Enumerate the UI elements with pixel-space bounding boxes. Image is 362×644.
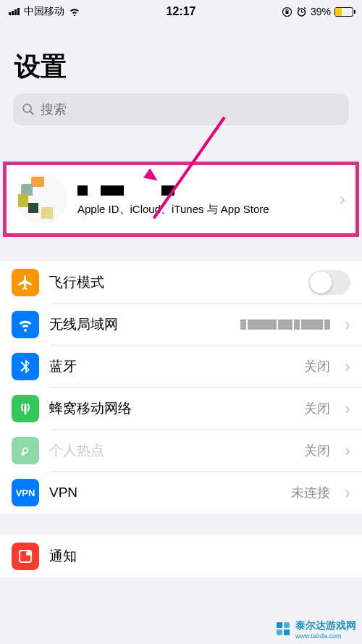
row-cellular[interactable]: 蜂窝移动网络 关闭 › <box>0 388 362 430</box>
search-icon <box>22 103 35 116</box>
lock-rotation-icon <box>282 7 292 17</box>
svg-rect-1 <box>285 11 288 14</box>
chevron-right-icon: › <box>345 482 350 503</box>
wifi-icon <box>12 311 39 338</box>
row-value: 未连接 <box>291 484 330 501</box>
svg-rect-14 <box>284 630 290 635</box>
chevron-right-icon: › <box>345 440 350 461</box>
row-label: 个人热点 <box>49 441 294 460</box>
row-label: 通知 <box>49 547 350 566</box>
chevron-right-icon: › <box>345 356 350 377</box>
row-value: 关闭 <box>304 442 330 459</box>
row-airplane-mode[interactable]: 飞行模式 <box>0 262 362 304</box>
airplane-toggle[interactable] <box>308 270 350 295</box>
avatar <box>17 174 67 225</box>
svg-line-5 <box>298 7 299 9</box>
row-label: 飞行模式 <box>49 273 298 292</box>
cellular-icon <box>12 395 39 422</box>
row-label: 蜂窝移动网络 <box>49 399 294 418</box>
svg-rect-11 <box>277 622 282 628</box>
svg-point-10 <box>26 551 30 556</box>
highlight-frame: Apple ID、iCloud、iTunes 与 App Store › <box>3 162 359 237</box>
wifi-value-redacted <box>240 319 330 330</box>
row-wifi[interactable]: 无线局域网 › <box>0 304 362 346</box>
wifi-status-icon <box>69 7 80 16</box>
account-subtitle: Apple ID、iCloud、iTunes 与 App Store <box>77 203 325 217</box>
svg-rect-13 <box>277 630 282 635</box>
alarm-icon <box>296 7 307 17</box>
search-input[interactable] <box>41 102 340 117</box>
search-bar[interactable] <box>13 93 349 125</box>
row-label: VPN <box>49 485 281 501</box>
chevron-right-icon: › <box>345 314 350 335</box>
row-bluetooth[interactable]: 蓝牙 关闭 › <box>0 346 362 388</box>
notifications-icon <box>12 543 39 570</box>
watermark: 泰尔达游戏网 www.tairda.com <box>275 619 356 640</box>
row-notifications[interactable]: 通知 <box>0 535 362 577</box>
carrier-label: 中国移动 <box>24 5 64 18</box>
row-vpn[interactable]: VPN VPN 未连接 › <box>0 472 362 514</box>
chevron-right-icon: › <box>340 189 345 209</box>
hotspot-icon <box>12 437 39 464</box>
row-label: 蓝牙 <box>49 357 294 376</box>
svg-rect-12 <box>284 622 290 628</box>
battery-icon <box>334 7 353 17</box>
svg-line-6 <box>304 7 306 9</box>
account-name-redacted <box>77 183 325 196</box>
signal-icon <box>9 8 20 15</box>
page-title: 设置 <box>14 49 348 85</box>
row-label: 无线局域网 <box>49 315 230 334</box>
account-row[interactable]: Apple ID、iCloud、iTunes 与 App Store › <box>7 165 355 233</box>
svg-line-8 <box>30 112 33 114</box>
bluetooth-icon <box>12 353 39 380</box>
status-bar: 中国移动 12:17 39% <box>0 0 362 23</box>
row-hotspot[interactable]: 个人热点 关闭 › <box>0 430 362 472</box>
row-value: 关闭 <box>304 358 330 375</box>
battery-percent: 39% <box>311 6 331 17</box>
vpn-icon: VPN <box>12 479 39 506</box>
row-value: 关闭 <box>304 400 330 417</box>
clock: 12:17 <box>124 5 239 18</box>
chevron-right-icon: › <box>345 398 350 419</box>
airplane-icon <box>12 269 39 296</box>
